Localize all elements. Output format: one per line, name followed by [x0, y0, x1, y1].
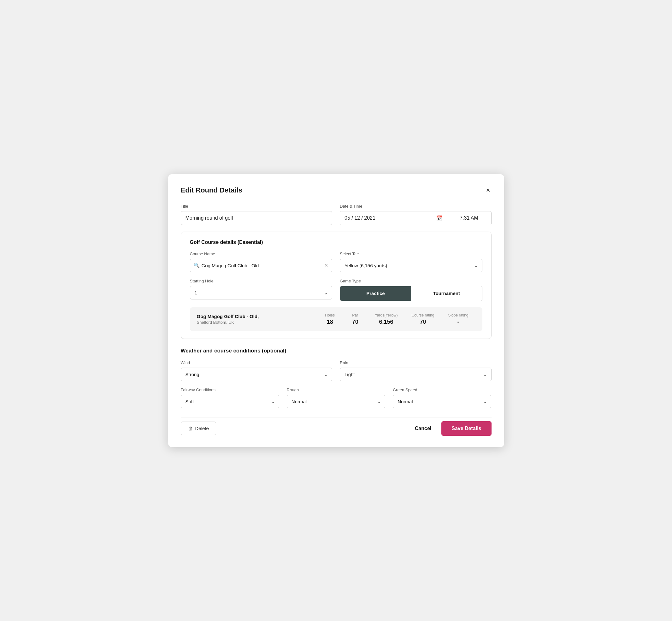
starting-hole-label: Starting Hole: [190, 279, 333, 283]
course-tee-row: Course Name 🔍 ✕ Select Tee Yellow (6,156…: [190, 251, 482, 272]
starting-hole-wrap: 1 ⌄: [190, 286, 333, 299]
course-name-label: Course Name: [190, 251, 333, 256]
date-input[interactable]: 05 / 12 / 2021 📅: [340, 211, 447, 225]
course-info-bar: Gog Magog Golf Club - Old, Shelford Bott…: [190, 307, 482, 331]
clear-icon[interactable]: ✕: [324, 262, 328, 268]
datetime-group: Date & Time 05 / 12 / 2021 📅: [340, 204, 492, 225]
course-rating-label: Course rating: [411, 313, 434, 318]
slope-rating-label: Slope rating: [448, 313, 468, 318]
practice-button[interactable]: Practice: [340, 286, 411, 301]
footer-row: 🗑 Delete Cancel Save Details: [181, 417, 492, 436]
fairway-rough-green-row: Fairway Conditions Soft ⌄ Rough Normal ⌄: [181, 387, 492, 408]
rain-select[interactable]: Light: [340, 368, 492, 381]
course-name-sub: Shelford Bottom, UK: [197, 320, 318, 325]
title-datetime-row: Title Date & Time 05 / 12 / 2021 📅: [181, 204, 492, 225]
holes-value: 18: [327, 319, 333, 325]
par-value: 70: [352, 319, 359, 325]
wind-group: Wind Strong ⌄: [181, 360, 333, 381]
holes-stat: Holes 18: [318, 313, 343, 325]
slope-rating-value: -: [457, 319, 459, 325]
golf-section-title: Golf Course details (Essential): [190, 240, 482, 245]
close-button[interactable]: ×: [485, 185, 492, 195]
green-speed-select-wrap: Normal ⌄: [393, 395, 491, 408]
title-label: Title: [181, 204, 333, 209]
fairway-select[interactable]: Soft: [181, 395, 279, 408]
wind-select[interactable]: Strong: [181, 368, 333, 381]
course-name-group: Course Name 🔍 ✕: [190, 251, 333, 272]
title-input[interactable]: [181, 211, 333, 225]
title-group: Title: [181, 204, 333, 225]
save-button[interactable]: Save Details: [442, 421, 491, 436]
golf-course-section: Golf Course details (Essential) Course N…: [181, 232, 492, 339]
time-input[interactable]: [447, 211, 491, 225]
delete-label: Delete: [195, 426, 209, 431]
rough-group: Rough Normal ⌄: [287, 387, 385, 408]
yards-label: Yards(Yellow): [375, 313, 398, 318]
course-rating-stat: Course rating 70: [405, 313, 441, 325]
rain-label: Rain: [340, 360, 492, 365]
datetime-label: Date & Time: [340, 204, 492, 209]
delete-button[interactable]: 🗑 Delete: [181, 422, 216, 435]
game-type-toggle: Practice Tournament: [340, 286, 482, 301]
tournament-button[interactable]: Tournament: [411, 286, 482, 301]
wind-label: Wind: [181, 360, 333, 365]
weather-section: Weather and course conditions (optional)…: [181, 348, 492, 408]
course-rating-value: 70: [420, 319, 426, 325]
modal-title: Edit Round Details: [181, 186, 243, 194]
rain-group: Rain Light ⌄: [340, 360, 492, 381]
select-tee-label: Select Tee: [340, 251, 482, 256]
rain-select-wrap: Light ⌄: [340, 368, 492, 381]
green-speed-label: Green Speed: [393, 387, 491, 392]
wind-select-wrap: Strong ⌄: [181, 368, 333, 381]
footer-right: Cancel Save Details: [412, 421, 492, 436]
edit-round-modal: Edit Round Details × Title Date & Time 0…: [168, 174, 504, 447]
wind-rain-row: Wind Strong ⌄ Rain Light ⌄: [181, 360, 492, 381]
course-name-main: Gog Magog Golf Club - Old,: [197, 314, 318, 319]
search-icon: 🔍: [194, 262, 200, 268]
green-speed-group: Green Speed Normal ⌄: [393, 387, 491, 408]
select-tee-group: Select Tee Yellow (6,156 yards) ⌄: [340, 251, 482, 272]
game-type-group: Game Type Practice Tournament: [340, 279, 482, 301]
starting-hole-group: Starting Hole 1 ⌄: [190, 279, 333, 301]
course-name-block: Gog Magog Golf Club - Old, Shelford Bott…: [197, 314, 318, 325]
yards-stat: Yards(Yellow) 6,156: [368, 313, 405, 325]
course-name-input[interactable]: [190, 259, 333, 272]
cancel-button[interactable]: Cancel: [412, 422, 434, 435]
trash-icon: 🗑: [188, 426, 193, 431]
rough-select-wrap: Normal ⌄: [287, 395, 385, 408]
rough-select[interactable]: Normal: [287, 395, 385, 408]
select-tee-wrap: Yellow (6,156 yards) ⌄: [340, 259, 482, 272]
date-value: 05 / 12 / 2021: [344, 215, 433, 221]
game-type-label: Game Type: [340, 279, 482, 283]
weather-section-title: Weather and course conditions (optional): [181, 348, 492, 354]
starting-hole-select[interactable]: 1: [190, 286, 333, 299]
hole-gametype-row: Starting Hole 1 ⌄ Game Type Practice Tou…: [190, 279, 482, 301]
fairway-select-wrap: Soft ⌄: [181, 395, 279, 408]
datetime-row: 05 / 12 / 2021 📅: [340, 211, 492, 225]
yards-value: 6,156: [379, 319, 393, 325]
select-tee-input[interactable]: Yellow (6,156 yards): [340, 259, 482, 272]
fairway-label: Fairway Conditions: [181, 387, 279, 392]
slope-rating-stat: Slope rating -: [441, 313, 475, 325]
par-label: Par: [352, 313, 358, 318]
modal-header: Edit Round Details ×: [181, 185, 492, 195]
rough-label: Rough: [287, 387, 385, 392]
green-speed-select[interactable]: Normal: [393, 395, 491, 408]
calendar-icon: 📅: [436, 215, 442, 221]
fairway-group: Fairway Conditions Soft ⌄: [181, 387, 279, 408]
par-stat: Par 70: [343, 313, 368, 325]
holes-label: Holes: [325, 313, 335, 318]
course-name-input-wrap: 🔍 ✕: [190, 259, 333, 272]
